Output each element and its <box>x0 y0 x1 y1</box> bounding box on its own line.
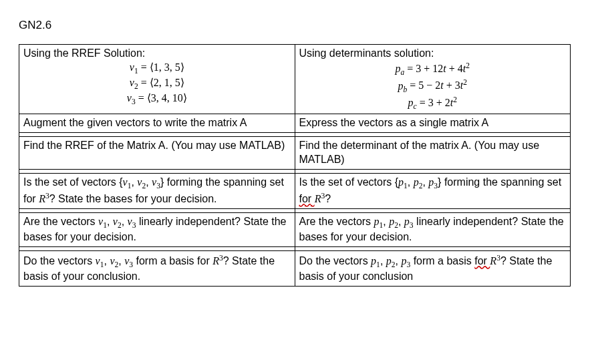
table-row: Do the vectors v1, v2, v3 form a basis f… <box>19 250 571 286</box>
right-eq1: pa = 3 + 12t + 4t2 <box>299 61 567 77</box>
right-header-lead: Using determinants solution: <box>299 47 567 61</box>
problem-table: Using the RREF Solution: v1 = ⟨1, 3, 5⟩ … <box>19 44 571 287</box>
table-row: Using the RREF Solution: v1 = ⟨1, 3, 5⟩ … <box>19 45 571 114</box>
right-eq2: pb = 5 − 2t + 3t2 <box>299 77 567 94</box>
table-row: Are the vectors v1, v2, v3 linearly inde… <box>19 212 571 246</box>
left-eq2: v2 = ⟨2, 1, 5⟩ <box>23 76 291 92</box>
left-basis-cell: Do the vectors v1, v2, v3 form a basis f… <box>19 250 295 286</box>
left-spanning-cell: Is the set of vectors {v1, v2, v3} formi… <box>19 173 295 208</box>
table-row: Find the RREF of the Matrix A. (You may … <box>19 137 571 170</box>
table-row: Augment the given vectors to write the m… <box>19 114 571 133</box>
right-linind-cell: Are the vectors p1, p2, p3 linearly inde… <box>295 212 571 246</box>
left-header-cell: Using the RREF Solution: v1 = ⟨1, 3, 5⟩ … <box>19 45 295 114</box>
right-eq3: pc = 3 + 2t2 <box>299 95 567 112</box>
right-spanning-cell: Is the set of vectors {p1, p2, p3} formi… <box>295 173 571 208</box>
table-row: Is the set of vectors {v1, v2, v3} formi… <box>19 173 571 208</box>
right-express-cell: Express the vectors as a single matrix A <box>295 114 571 133</box>
left-rref-cell: Find the RREF of the Matrix A. (You may … <box>19 137 295 170</box>
doc-title: GN2.6 <box>19 19 571 32</box>
left-eq1: v1 = ⟨1, 3, 5⟩ <box>23 61 291 76</box>
squiggly-for: for <box>299 193 315 204</box>
left-augment-cell: Augment the given vectors to write the m… <box>19 114 295 133</box>
squiggly-for: for <box>474 255 490 266</box>
right-header-cell: Using determinants solution: pa = 3 + 12… <box>295 45 571 114</box>
right-det-cell: Find the determinant of the matrix A. (Y… <box>295 137 571 170</box>
right-basis-cell: Do the vectors p1, p2, p3 form a basis f… <box>295 250 571 286</box>
left-eq3: v3 = ⟨3, 4, 10⟩ <box>23 92 291 107</box>
left-linind-cell: Are the vectors v1, v2, v3 linearly inde… <box>19 212 295 246</box>
left-header-lead: Using the RREF Solution: <box>23 47 291 61</box>
